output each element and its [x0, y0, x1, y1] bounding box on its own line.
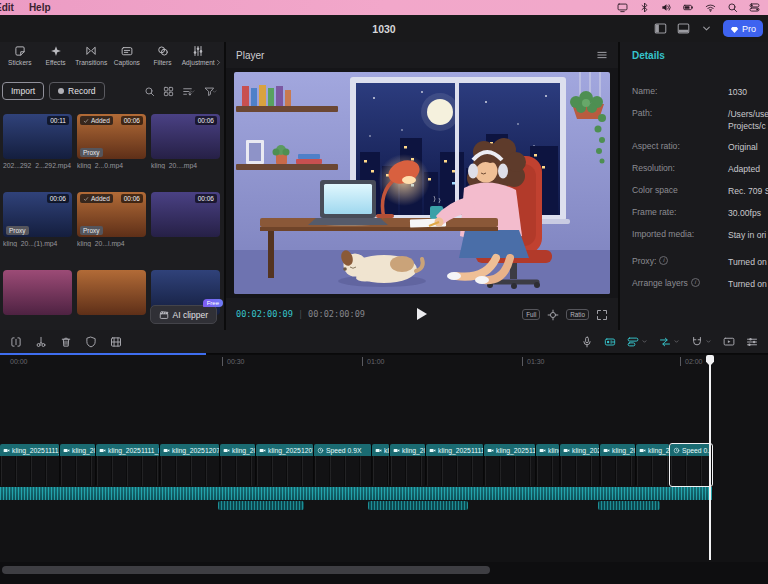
timeline-clip[interactable]: kling_20251207	[220, 444, 256, 486]
tab-filters[interactable]: Filters	[145, 45, 181, 74]
sort-button[interactable]	[182, 82, 196, 100]
media-item[interactable]: Added00:06Proxykling_2...0.mp4	[77, 114, 146, 169]
auto-ripple-tool[interactable]	[659, 336, 680, 348]
preview-quality-tool[interactable]	[723, 336, 735, 348]
media-item[interactable]: 00:06kling_20....mp4	[151, 114, 220, 169]
control-center-icon[interactable]	[749, 2, 760, 13]
expand-icon	[596, 309, 608, 321]
timeline-clip[interactable]: kling_20251111_lr	[96, 444, 160, 486]
video-track: kling_20251111_lrkling_20251111kling_202…	[0, 444, 712, 486]
tab-stickers[interactable]: Stickers	[2, 45, 38, 74]
volume-icon[interactable]	[661, 2, 672, 13]
media-item[interactable]	[77, 270, 146, 318]
timeline-clip[interactable]: kling_20251111_lr	[484, 444, 536, 486]
audio-segment[interactable]	[218, 501, 304, 510]
timeline-clip[interactable]: kling_20	[536, 444, 560, 486]
media-item[interactable]: Added00:06Proxykling_20...l.mp4	[77, 192, 146, 247]
ai-clipper-button[interactable]: AI clipper Free	[150, 305, 217, 324]
timeline-clip[interactable]: kling_20251111_lr	[426, 444, 484, 486]
player-header: Player	[226, 42, 618, 68]
snapping-tool[interactable]	[691, 336, 712, 348]
clip-thumbnails	[372, 456, 389, 486]
timeline-clip[interactable]: kling_2025	[600, 444, 636, 486]
chevron-down-icon[interactable]	[700, 22, 713, 35]
video-preview	[226, 68, 618, 298]
added-label: Added	[91, 116, 110, 125]
menu-help[interactable]: Help	[29, 2, 51, 13]
media-item[interactable]: 00:06Proxykling_20...(1).mp4	[3, 192, 72, 247]
timeline-settings-tool[interactable]	[746, 336, 758, 348]
focus-button[interactable]	[547, 305, 559, 323]
audio-track[interactable]	[0, 487, 712, 500]
clip-name: kling_2025	[402, 447, 425, 454]
hamburger-icon	[596, 49, 608, 61]
timeline-clip[interactable]: kling_20251207_l	[256, 444, 314, 486]
expand-button[interactable]	[596, 305, 608, 323]
tabs-overflow-chevron[interactable]	[214, 53, 223, 71]
clip-name: kling_20251111_lr	[12, 447, 59, 454]
horizontal-scrollbar[interactable]	[2, 566, 490, 574]
details-value: Rec. 709 S	[728, 185, 768, 197]
search-icon[interactable]	[727, 2, 738, 13]
bluetooth-icon[interactable]	[639, 2, 650, 13]
clip-label: Speed 0.8X	[670, 444, 711, 456]
layout-media-icon[interactable]	[654, 22, 667, 35]
media-item[interactable]: 00:06	[151, 192, 220, 247]
playhead[interactable]	[709, 355, 711, 560]
timeline-clip[interactable]: kling_20251111	[60, 444, 96, 486]
delete-tool[interactable]	[60, 336, 72, 348]
timeline-clip[interactable]: kling_2025	[390, 444, 426, 486]
menu-edit[interactable]: Edit	[0, 2, 14, 13]
battery-icon[interactable]	[683, 2, 694, 13]
search-button[interactable]	[144, 82, 155, 100]
clip-video-icon	[375, 447, 382, 454]
play-button[interactable]	[417, 308, 427, 320]
voiceover-tool[interactable]	[604, 336, 616, 348]
audio-segment[interactable]	[368, 501, 468, 510]
grid-view-button[interactable]	[163, 82, 174, 100]
freeze-frame-tool[interactable]	[110, 336, 122, 348]
media-item[interactable]: 00:11202...292_2...292.mp4	[3, 114, 72, 169]
timecode-current: 00:02:00:09	[236, 309, 293, 319]
effects-icon	[50, 45, 62, 57]
wifi-icon[interactable]	[705, 2, 716, 13]
tab-transitions[interactable]: Transitions	[73, 45, 109, 74]
filter-button[interactable]	[204, 82, 218, 100]
audio-segment[interactable]	[598, 501, 660, 510]
media-thumbnail: 00:06	[151, 192, 220, 237]
import-button[interactable]: Import	[2, 82, 44, 100]
details-row: Proxy:iTurned on	[632, 256, 768, 269]
import-label: Import	[11, 86, 35, 96]
full-button[interactable]: Full	[522, 309, 540, 320]
mic-tool[interactable]	[581, 336, 593, 348]
mask-tool[interactable]	[85, 336, 97, 348]
tab-effects[interactable]: Effects	[38, 45, 74, 74]
timeline-clip[interactable]: Speed 0.9X	[314, 444, 372, 486]
clip-label: kling_20	[636, 444, 669, 456]
splice-tool[interactable]	[35, 336, 47, 348]
record-button[interactable]: Record	[49, 82, 104, 100]
tab-captions[interactable]: Captions	[109, 45, 145, 74]
timeline-clip[interactable]: kling_20251	[560, 444, 600, 486]
track-mode-tool[interactable]	[627, 336, 648, 348]
timeline-clip[interactable]: kling_20251111_lr	[0, 444, 60, 486]
player-menu-slot[interactable]	[596, 49, 608, 61]
search-icon	[144, 86, 155, 97]
pro-button[interactable]: Pro	[723, 20, 763, 36]
timeline-clip[interactable]: kling	[372, 444, 390, 486]
timeline-clip[interactable]: Speed 0.8X	[670, 444, 712, 486]
ruler-tick: 01:00	[362, 357, 385, 366]
ratio-button[interactable]: Ratio	[566, 309, 589, 320]
tab-label: Captions	[114, 59, 140, 66]
timeline-clip[interactable]: kling_20	[636, 444, 670, 486]
clip-thumbnails	[670, 456, 711, 486]
timeline-clip[interactable]: kling_20251207_l	[160, 444, 220, 486]
clip-video-icon	[63, 447, 70, 454]
range-select-tool[interactable]	[10, 336, 22, 348]
media-item[interactable]	[3, 270, 72, 318]
layout-compact-icon[interactable]	[677, 22, 690, 35]
display-icon[interactable]	[617, 2, 628, 13]
clip-name: Speed 0.8X	[682, 447, 711, 454]
tab-adjustment[interactable]: Adjustment	[180, 45, 216, 74]
timeline-ruler[interactable]: 00:0000:3001:0001:3002:00	[0, 355, 768, 368]
